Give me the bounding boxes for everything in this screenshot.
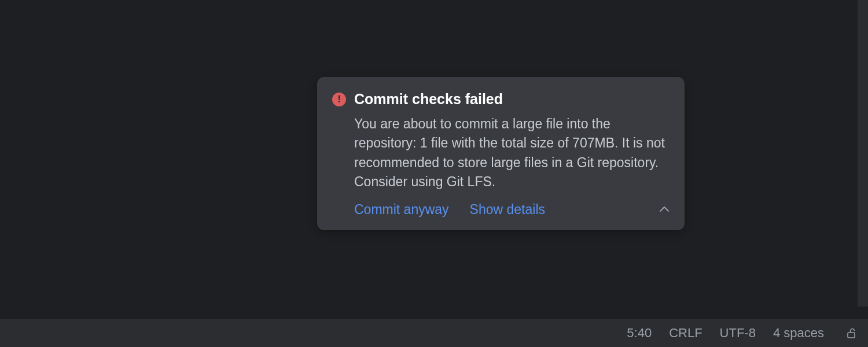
show-details-link[interactable]: Show details: [470, 202, 545, 217]
exclamation-mark: !: [337, 94, 341, 104]
indent-selector[interactable]: 4 spaces: [773, 326, 824, 341]
notification-body: You are about to commit a large file int…: [354, 115, 670, 191]
status-bar: 5:40 CRLF UTF-8 4 spaces: [0, 319, 868, 347]
cursor-position[interactable]: 5:40: [627, 326, 652, 341]
commit-checks-notification: ! Commit checks failed You are about to …: [317, 77, 685, 230]
unlock-icon[interactable]: [845, 327, 858, 339]
svg-rect-0: [848, 333, 855, 338]
encoding-selector[interactable]: UTF-8: [720, 326, 756, 341]
chevron-up-icon[interactable]: [659, 205, 670, 215]
error-icon: !: [332, 93, 346, 106]
right-panel-border: [858, 0, 868, 307]
line-ending-selector[interactable]: CRLF: [669, 326, 702, 341]
commit-anyway-link[interactable]: Commit anyway: [354, 202, 449, 217]
notification-header: ! Commit checks failed: [332, 91, 670, 108]
notification-actions: Commit anyway Show details: [354, 202, 670, 217]
notification-title: Commit checks failed: [354, 91, 503, 108]
